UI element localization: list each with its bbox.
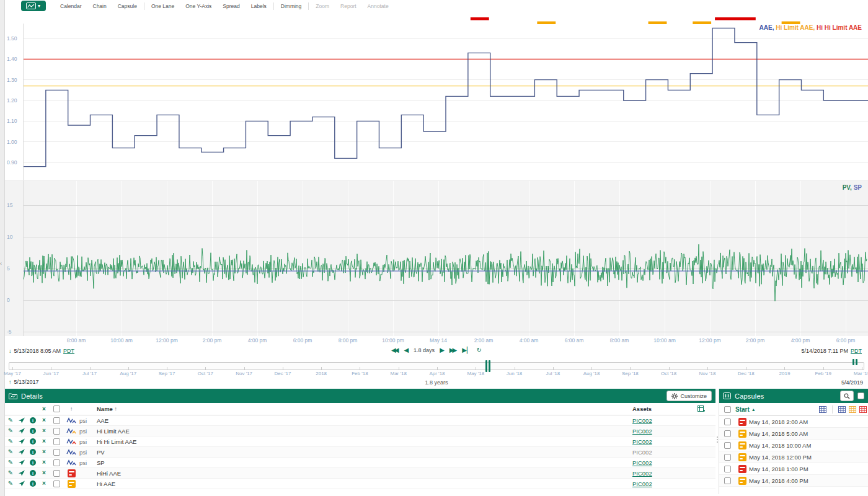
info-icon[interactable]: i (30, 459, 36, 466)
capsule-checkbox[interactable] (724, 466, 731, 472)
asset-link[interactable]: PIC002 (632, 480, 652, 487)
capsule-checkbox[interactable] (724, 454, 731, 461)
step-forward-button[interactable]: ▶ (440, 347, 445, 353)
refresh-icon[interactable]: ↻ (477, 347, 482, 353)
item-name[interactable]: Hi Limit AAE (97, 428, 632, 435)
trend-chart-upper[interactable]: 1.501.401.301.201.101.000.90 AAE, Hi Lim… (5, 11, 868, 180)
toolbar-item-one-y-axis[interactable]: One Y-Axis (180, 3, 217, 11)
add-column-button[interactable] (687, 405, 715, 412)
details-row-hi-hi-limit-aae[interactable]: ✎i×psiHi Hi Limit AAEPIC002 (5, 436, 715, 447)
edit-icon[interactable]: ✎ (5, 438, 16, 445)
remove-all-button[interactable]: × (38, 406, 50, 412)
info-icon[interactable]: i (30, 470, 36, 476)
legend-item-hi-limit-aae[interactable]: Hi Limit AAE, (776, 24, 817, 31)
toolbar-item-dimming[interactable]: Dimming (275, 3, 308, 11)
details-row-pv[interactable]: ✎i×psiPVPIC002 (5, 447, 715, 458)
timeline-right-marker[interactable] (852, 359, 858, 365)
table-icon[interactable] (859, 406, 867, 413)
range-duration-label[interactable]: 1.8 days (414, 347, 435, 353)
details-row-hi-aae[interactable]: ✎i×Hi AAEPIC002 (5, 479, 715, 489)
asset-link[interactable]: PIC002 (632, 470, 652, 477)
table-icon[interactable] (838, 406, 846, 413)
customize-button[interactable]: Customize (666, 391, 712, 401)
toolbar-item-report[interactable]: Report (335, 3, 362, 11)
asset-link[interactable]: PIC002 (632, 438, 652, 445)
legend-item-aae[interactable]: AAE, (760, 24, 776, 31)
navigate-icon[interactable] (16, 459, 27, 466)
step-to-end-button[interactable]: ▶▏ (462, 347, 471, 353)
info-icon[interactable]: i (30, 480, 36, 487)
timeline-display-handle[interactable] (485, 360, 491, 372)
capsule-row[interactable]: May 14, 2018 1:00 PM (719, 463, 868, 475)
capsules-select-all-checkbox[interactable] (857, 392, 864, 399)
remove-icon[interactable]: × (38, 459, 50, 466)
row-checkbox[interactable] (53, 438, 60, 445)
toolbar-item-one-lane[interactable]: One Lane (146, 3, 180, 11)
investigate-timeline[interactable]: May '17Jun '17Jul '17Aug '17Sep '17Oct '… (5, 359, 868, 378)
navigate-icon[interactable] (16, 449, 27, 455)
asset-link[interactable]: PIC002 (632, 459, 652, 466)
toolbar-item-chain[interactable]: Chain (87, 3, 112, 11)
row-checkbox[interactable] (53, 428, 60, 435)
row-checkbox[interactable] (53, 449, 60, 456)
legend-item-pv[interactable]: PV, (843, 184, 854, 191)
assets-column-header[interactable]: Assets (632, 405, 687, 412)
item-name[interactable]: Hi AAE (97, 480, 632, 487)
remove-icon[interactable]: × (38, 417, 50, 423)
remove-icon[interactable]: × (38, 438, 50, 445)
edit-icon[interactable]: ✎ (5, 449, 16, 455)
item-name[interactable]: SP (97, 459, 632, 466)
edit-icon[interactable]: ✎ (5, 428, 16, 434)
legend-item-hi-hi-limit-aae[interactable]: Hi Hi Limit AAE (817, 24, 862, 31)
table-icon[interactable] (819, 406, 826, 413)
edit-icon[interactable]: ✎ (5, 480, 16, 487)
navigate-icon[interactable] (16, 438, 27, 445)
step-back-button[interactable]: ◀ (404, 347, 409, 353)
trend-chart-lower[interactable]: 151050-5 PV, SP (5, 180, 868, 336)
sort-type-icon[interactable]: ↕ (63, 406, 79, 412)
arrow-down-icon[interactable]: ↓ (9, 348, 12, 354)
info-icon[interactable]: i (30, 438, 36, 445)
time-axis[interactable]: 8:00 am10:00 am12:00 pm2:00 pm4:00 pm6:0… (5, 336, 868, 346)
capsule-row[interactable]: May 14, 2018 5:00 AM (719, 428, 868, 440)
info-icon[interactable]: i (30, 449, 36, 455)
step-back-fast-button[interactable]: ◀◀ (391, 347, 399, 353)
table-icon[interactable] (849, 406, 856, 413)
legend-item-sp[interactable]: SP (854, 184, 862, 191)
toolbar-item-labels[interactable]: Labels (246, 3, 272, 11)
select-all-checkbox[interactable] (53, 405, 60, 412)
details-row-aae[interactable]: ✎i×psiAAEPIC002 (5, 415, 715, 426)
toolbar-item-spread[interactable]: Spread (217, 3, 245, 11)
capsule-checkbox[interactable] (724, 477, 731, 484)
asset-link[interactable]: PIC002 (632, 417, 652, 424)
remove-icon[interactable]: × (38, 480, 50, 487)
capsule-row[interactable]: May 14, 2018 12:00 PM (719, 451, 868, 463)
timeline-track[interactable] (9, 362, 864, 370)
toolbar-item-capsule[interactable]: Capsule (112, 3, 143, 11)
edit-icon[interactable]: ✎ (5, 417, 16, 423)
arrow-up-icon[interactable]: ↑ (9, 379, 12, 385)
toolbar-item-zoom[interactable]: Zoom (310, 3, 335, 11)
navigate-icon[interactable] (16, 417, 27, 423)
navigate-icon[interactable] (16, 480, 27, 487)
capsule-checkbox[interactable] (724, 418, 731, 425)
remove-icon[interactable]: × (38, 428, 50, 434)
details-row-sp[interactable]: ✎i×psiSPPIC002 (5, 458, 715, 468)
row-checkbox[interactable] (53, 470, 60, 477)
capsule-row[interactable]: May 14, 2018 4:00 PM (719, 475, 868, 487)
remove-icon[interactable]: × (38, 470, 50, 476)
item-name[interactable]: Hi Hi Limit AAE (97, 438, 632, 445)
name-column-header[interactable]: Name ↕ (97, 405, 632, 412)
worksheet-view-button[interactable]: ▼ (21, 1, 46, 11)
row-checkbox[interactable] (53, 417, 60, 424)
row-checkbox[interactable] (53, 459, 60, 466)
remove-icon[interactable]: × (38, 449, 50, 455)
info-icon[interactable]: i (30, 417, 36, 423)
capsule-checkbox[interactable] (724, 430, 731, 437)
capsule-row[interactable]: May 14, 2018 10:00 AM (719, 440, 868, 451)
capsules-search-button[interactable] (840, 391, 854, 401)
item-name[interactable]: HiHi AAE (97, 470, 632, 477)
details-row-hihi-aae[interactable]: ✎i×HiHi AAEPIC002 (5, 468, 715, 479)
left-collapse-strip[interactable]: ‹ (0, 0, 5, 496)
item-name[interactable]: PV (97, 449, 632, 456)
